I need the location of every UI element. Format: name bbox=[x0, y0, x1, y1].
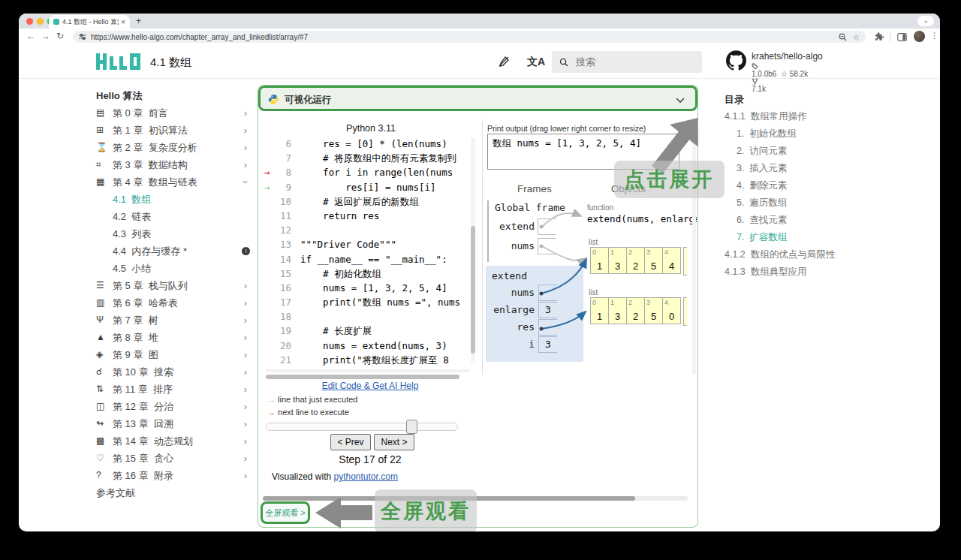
chevron-right-icon[interactable]: › bbox=[244, 363, 247, 381]
chevron-down-icon[interactable] bbox=[676, 98, 685, 104]
chevron-right-icon[interactable]: › bbox=[244, 104, 247, 122]
toc-item[interactable]: 4.1.1 数组常用操作 bbox=[725, 108, 884, 125]
chevron-right-icon[interactable]: › bbox=[244, 122, 247, 139]
chapter-icon: ⊞ bbox=[96, 122, 113, 139]
sidebar-item[interactable]: ⌗ 第 3 章 数据结构 › bbox=[96, 156, 250, 173]
close-window-button[interactable] bbox=[26, 18, 33, 25]
sidebar-item[interactable]: ☰ 第 5 章 栈与队列 › bbox=[96, 277, 250, 294]
sidebar-item[interactable]: ⌛ 第 2 章 复杂度分析 › bbox=[96, 139, 250, 156]
edit-code-link[interactable]: Edit Code & Get AI Help bbox=[258, 381, 482, 391]
site-settings-icon[interactable] bbox=[79, 33, 86, 41]
extensions-icon[interactable] bbox=[875, 32, 884, 42]
chevron-right-icon[interactable]: › bbox=[244, 277, 247, 294]
chevron-right-icon[interactable]: › bbox=[244, 398, 247, 415]
zoom-icon[interactable] bbox=[839, 33, 847, 41]
sidebar-item[interactable]: 4.2 链表 bbox=[96, 208, 250, 225]
fullscreen-button[interactable]: 全屏观看 > bbox=[261, 501, 310, 524]
tab-close-icon[interactable]: × bbox=[121, 18, 125, 26]
sidebar-item[interactable]: ↬ 第 13 章 回溯 › bbox=[96, 415, 250, 432]
sidebar-item[interactable]: ? 第 16 章 附录 › bbox=[96, 467, 250, 484]
step-slider-thumb[interactable] bbox=[406, 420, 417, 434]
sidebar-item[interactable]: ▥ 第 6 章 哈希表 › bbox=[96, 294, 250, 312]
forward-icon[interactable]: → bbox=[41, 31, 50, 41]
line-number: 18 bbox=[275, 309, 291, 324]
translate-icon[interactable]: 文A bbox=[527, 56, 545, 69]
visual-run-header[interactable]: 可视化运行 bbox=[258, 86, 697, 111]
code-line: 17 print("数组 nums =", nums bbox=[264, 295, 471, 309]
toc-item[interactable]: 1. 初始化数组 bbox=[725, 125, 884, 143]
list-cell: 0 1 bbox=[590, 247, 609, 274]
cell-index: 4 bbox=[664, 248, 668, 256]
step-slider-track[interactable] bbox=[266, 423, 458, 431]
sidebar-item[interactable]: 参考文献 bbox=[96, 484, 250, 501]
sidebar-item[interactable]: ☌ 第 10 章 搜索 › bbox=[96, 363, 250, 381]
sidebar-item[interactable]: ⇅ 第 11 章 排序 › bbox=[96, 381, 250, 398]
sidebar-item[interactable]: Ψ 第 7 章 树 › bbox=[96, 312, 250, 329]
toc-item[interactable]: 2. 访问元素 bbox=[725, 143, 884, 160]
chevron-right-icon[interactable]: › bbox=[244, 329, 247, 346]
chevron-right-icon[interactable]: › bbox=[244, 312, 247, 329]
sidebar-item[interactable]: 4.4 内存与缓存 * ! bbox=[96, 242, 250, 260]
next-button[interactable]: Next > bbox=[374, 434, 414, 450]
chevron-right-icon[interactable]: › bbox=[244, 467, 247, 484]
sidebar-item[interactable]: ◈ 第 9 章 图 › bbox=[96, 346, 250, 363]
prev-button[interactable]: < Prev bbox=[330, 434, 371, 450]
reload-icon[interactable]: ↻ bbox=[56, 31, 64, 41]
sidebar-item[interactable]: ♡ 第 15 章 贪心 › bbox=[96, 450, 250, 467]
address-bar[interactable]: https://www.hello-algo.com/chapter_array… bbox=[73, 31, 866, 43]
line-number: 20 bbox=[275, 339, 291, 353]
line-number: 10 bbox=[275, 194, 291, 209]
chevron-right-icon[interactable]: › bbox=[244, 156, 247, 173]
sidebar-item[interactable]: 4.5 小结 bbox=[96, 260, 250, 277]
code-line: 11 return res bbox=[264, 209, 471, 223]
code-hscroll-track[interactable] bbox=[266, 369, 470, 372]
bookmark-star-icon[interactable]: ☆ bbox=[853, 33, 860, 41]
menu-kebab-icon[interactable]: ⋮ bbox=[930, 31, 938, 41]
chevron-right-icon[interactable]: › bbox=[236, 180, 254, 183]
sidebar-item[interactable]: 4.1 数组 bbox=[96, 191, 250, 208]
toc-item[interactable]: 7. 扩容数组 bbox=[725, 229, 884, 246]
toc-item[interactable]: 4. 删除元素 bbox=[725, 177, 884, 194]
global-frame-title: Global frame bbox=[495, 202, 565, 213]
chevron-right-icon[interactable]: › bbox=[244, 294, 247, 312]
chevron-right-icon[interactable]: › bbox=[244, 450, 247, 467]
list1-clipped-cell bbox=[683, 247, 687, 275]
sidebar-item[interactable]: ▤ 第 0 章 前言 › bbox=[96, 104, 250, 122]
sidebar-item[interactable]: ◫ 第 12 章 分治 › bbox=[96, 398, 250, 415]
sidebar-item-label: 4.4 内存与缓存 * bbox=[113, 242, 239, 260]
side-panel-icon[interactable] bbox=[897, 32, 907, 42]
chevron-right-icon[interactable]: › bbox=[244, 346, 247, 363]
new-tab-button[interactable]: + bbox=[136, 16, 141, 26]
toc-item[interactable]: 4.1.2 数组的优点与局限性 bbox=[725, 246, 884, 263]
sidebar-item[interactable]: 4.3 列表 bbox=[96, 225, 250, 242]
sidebar-item-label: 第 6 章 哈希表 bbox=[113, 294, 244, 312]
sidebar-item[interactable]: ▦ 第 4 章 数组与链表 › bbox=[96, 173, 250, 191]
minimize-window-button[interactable] bbox=[37, 18, 44, 25]
sidebar-item[interactable]: ⊞ 第 1 章 初识算法 › bbox=[96, 122, 250, 139]
code-text: nums = extend(nums, 3) bbox=[300, 339, 447, 353]
toc-item[interactable]: 5. 遍历数组 bbox=[725, 194, 884, 212]
browser-tab[interactable]: 4.1 数组 - Hello 算法 × bbox=[49, 15, 130, 29]
back-icon[interactable]: ← bbox=[26, 31, 35, 41]
code-text: """Driver Code""" bbox=[300, 237, 396, 251]
search-box[interactable] bbox=[552, 51, 702, 73]
chevron-right-icon[interactable]: › bbox=[244, 415, 247, 432]
code-hscroll-thumb[interactable] bbox=[266, 375, 459, 379]
theme-toggle-icon[interactable] bbox=[498, 56, 510, 68]
toc-item[interactable]: 4.1.3 数组典型应用 bbox=[725, 263, 884, 281]
code-scrollbar-thumb[interactable] bbox=[471, 226, 475, 354]
chevron-right-icon[interactable]: › bbox=[244, 381, 247, 398]
profile-avatar[interactable] bbox=[914, 31, 925, 42]
tab-search-chevron-icon[interactable]: ⌄ bbox=[917, 16, 934, 26]
github-repo-card[interactable]: krahets/hello-algo 1.0.0b6 ☆ 58.2k 7.1k bbox=[726, 49, 876, 76]
var-value-pointer bbox=[538, 218, 556, 235]
toc-item[interactable]: 3. 插入元素 bbox=[725, 160, 884, 177]
sidebar-item[interactable]: ▩ 第 14 章 动态规划 › bbox=[96, 432, 250, 450]
search-input[interactable] bbox=[574, 56, 682, 68]
hello-algo-logo[interactable] bbox=[96, 52, 143, 71]
sidebar-item[interactable]: ▲ 第 8 章 堆 › bbox=[96, 329, 250, 346]
pythontutor-link[interactable]: pythontutor.com bbox=[334, 471, 398, 482]
chevron-right-icon[interactable]: › bbox=[244, 139, 247, 156]
chevron-right-icon[interactable]: › bbox=[244, 432, 247, 450]
toc-item[interactable]: 6. 查找元素 bbox=[725, 212, 884, 229]
